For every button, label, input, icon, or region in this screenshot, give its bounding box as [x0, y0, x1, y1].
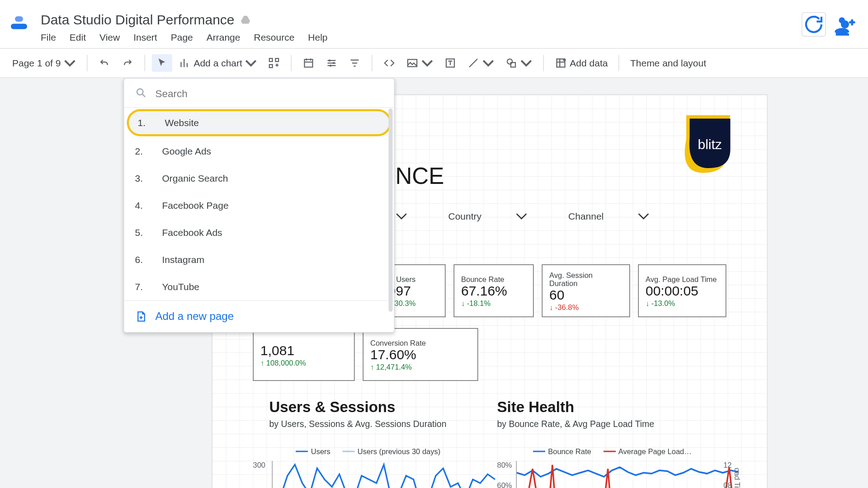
menu-insert[interactable]: Insert	[133, 32, 157, 43]
svg-point-10	[507, 59, 512, 64]
page-list: 1.Website 2.Google Ads 3.Organic Search …	[124, 107, 394, 300]
page-dropdown: 1.Website 2.Google Ads 3.Organic Search …	[123, 78, 395, 333]
site-health-chart: Bounce Rate Average Page Load… 80% 60% 1…	[497, 447, 728, 488]
page-search	[124, 79, 394, 107]
menu-help[interactable]: Help	[308, 32, 327, 43]
page-item-organic-search[interactable]: 3.Organic Search	[124, 165, 394, 192]
line-icon	[467, 57, 480, 69]
text-icon	[444, 57, 457, 69]
code-icon	[383, 57, 396, 69]
undo-icon	[98, 57, 110, 69]
toolbar: Page 1 of 9 Add a chart Add data Theme a…	[0, 48, 868, 78]
line-button[interactable]	[463, 54, 499, 72]
dropdown-icon	[515, 210, 528, 222]
svg-rect-3	[269, 65, 273, 68]
drive-icon	[240, 14, 252, 26]
filter-row: Country Channel	[396, 210, 740, 222]
dropdown-icon	[421, 57, 434, 69]
select-tool[interactable]	[151, 54, 172, 72]
theme-layout-button[interactable]: Theme and layout	[626, 55, 710, 71]
datastudio-logo-icon	[11, 12, 35, 37]
refresh-button[interactable]	[802, 12, 826, 37]
search-icon	[135, 87, 147, 99]
users-sessions-chart: Users Users (previous 30 days) 300 200	[253, 447, 484, 488]
menubar: File Edit View Insert Page Arrange Resou…	[41, 32, 328, 43]
dropdown-icon	[63, 57, 75, 69]
svg-rect-4	[305, 60, 313, 67]
shape-button[interactable]	[501, 54, 537, 72]
image-icon	[406, 57, 419, 69]
filter-hidden[interactable]	[396, 210, 408, 222]
search-input[interactable]	[156, 87, 383, 99]
card-page-load: Avg. Page Load Time 00:00:05 ↓ -13.0%	[638, 264, 726, 317]
filter-control-button[interactable]	[321, 54, 342, 72]
svg-rect-2	[276, 58, 279, 61]
page-item-youtube[interactable]: 7.YouTube	[124, 273, 394, 300]
svg-point-7	[330, 65, 332, 67]
card-conversion: Conversion Rate 17.60% ↑ 12,471.4%	[363, 328, 478, 381]
menu-view[interactable]: View	[99, 32, 120, 43]
page-selector[interactable]: Page 1 of 9	[8, 54, 80, 72]
card-goal: 1,081 ↑ 108,000.0%	[253, 328, 355, 381]
metric-cards-row1: ew Users ,997 ↑ 930.3% Bounce Rate 67.16…	[385, 264, 726, 317]
page-item-instagram[interactable]: 6.Instagram	[124, 246, 394, 273]
svg-text:blitz: blitz	[698, 137, 722, 152]
embed-button[interactable]	[379, 54, 400, 72]
document-title[interactable]: Data Studio Digital Performance	[41, 12, 328, 28]
menu-edit[interactable]: Edit	[70, 32, 86, 43]
database-icon	[555, 57, 567, 69]
redo-button[interactable]	[117, 54, 137, 72]
cursor-icon	[156, 57, 168, 69]
slider-icon	[326, 57, 338, 69]
app-header: Data Studio Digital Performance File Edi…	[0, 0, 868, 43]
dropdown-icon	[637, 210, 650, 222]
svg-point-0	[839, 17, 845, 23]
dropdown-icon	[482, 57, 495, 69]
shape-icon	[505, 57, 518, 69]
svg-point-6	[333, 62, 335, 64]
add-page-icon	[135, 310, 147, 323]
canvas-area: NCE blitz Country Channel Metrics ew Use…	[0, 78, 868, 488]
page-item-facebook-page[interactable]: 4.Facebook Page	[124, 192, 394, 219]
image-button[interactable]	[402, 54, 438, 72]
svg-point-14	[137, 89, 143, 95]
svg-rect-1	[269, 58, 273, 61]
filter-country[interactable]: Country	[448, 210, 528, 222]
calendar-icon	[302, 57, 315, 69]
scrollbar[interactable]	[389, 108, 393, 312]
apps-icon	[268, 57, 280, 69]
redo-icon	[121, 57, 133, 69]
metric-cards-row2: 1,081 ↑ 108,000.0% Conversion Rate 17.60…	[253, 328, 478, 381]
report-title: NCE	[396, 163, 444, 189]
site-health-heading: Site Health by Bounce Rate, & Avg Page L…	[497, 399, 655, 429]
filter-channel[interactable]: Channel	[568, 210, 650, 222]
add-chart-button[interactable]: Add a chart	[175, 54, 261, 72]
text-button[interactable]	[440, 54, 461, 72]
dropdown-icon	[396, 210, 408, 222]
users-sessions-heading: Users & Sessions by Users, Sessions & Av…	[269, 399, 447, 429]
menu-page[interactable]: Page	[171, 32, 193, 43]
date-range-button[interactable]	[298, 54, 319, 72]
community-viz-button[interactable]	[264, 54, 284, 72]
share-button[interactable]	[833, 12, 857, 37]
page-item-facebook-ads[interactable]: 5.Facebook Ads	[124, 219, 394, 246]
dropdown-icon	[245, 57, 257, 69]
blitz-logo: blitz	[683, 115, 737, 179]
add-data-button[interactable]: Add data	[551, 54, 612, 72]
filter-icon	[349, 57, 361, 69]
dropdown-icon	[520, 57, 533, 69]
card-session-duration: Avg. Session Duration 60 ↓ -36.8%	[542, 264, 630, 317]
menu-arrange[interactable]: Arrange	[207, 32, 241, 43]
menu-file[interactable]: File	[41, 32, 56, 43]
page-item-website[interactable]: 1.Website	[127, 109, 392, 136]
card-bounce-rate: Bounce Rate 67.16% ↓ -18.1%	[454, 264, 534, 317]
add-new-page[interactable]: Add a new page	[124, 300, 394, 333]
menu-resource[interactable]: Resource	[254, 32, 294, 43]
chart-icon	[179, 57, 191, 69]
data-control-button[interactable]	[344, 54, 365, 72]
undo-button[interactable]	[94, 54, 114, 72]
page-item-google-ads[interactable]: 2.Google Ads	[124, 138, 394, 165]
svg-point-5	[329, 60, 331, 62]
